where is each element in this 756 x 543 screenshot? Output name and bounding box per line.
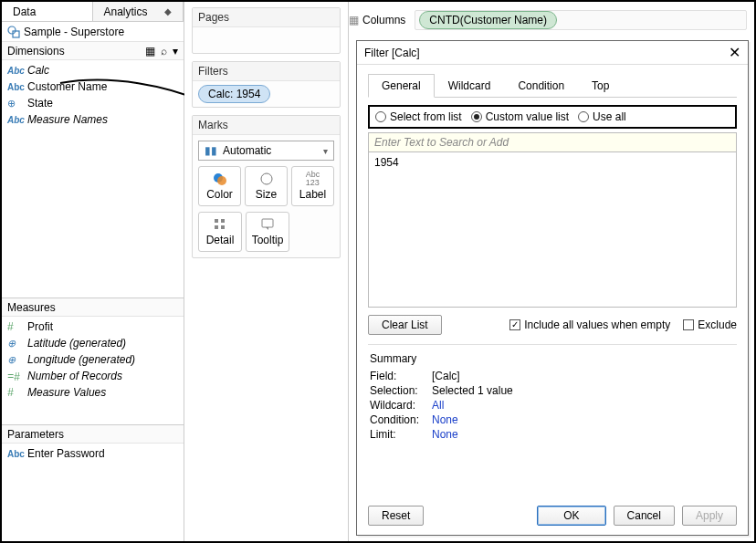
radio-label: Custom value list <box>486 110 569 123</box>
field-measure-names[interactable]: Abc Measure Names <box>2 111 184 128</box>
marks-label-button[interactable]: Abc123 Label <box>291 166 334 206</box>
abc-icon: Abc <box>7 66 24 76</box>
chk-label: Include all values when empty <box>524 318 670 331</box>
summary-selection-label: Selection: <box>370 384 432 397</box>
search-icon[interactable]: ⌕ <box>161 45 167 57</box>
summary-wildcard-value[interactable]: All <box>432 399 444 412</box>
btn-label: Color <box>206 188 233 201</box>
abc-icon: Abc <box>7 82 24 92</box>
svg-rect-1 <box>13 31 19 37</box>
field-label: Profit <box>27 320 53 333</box>
marks-detail-button[interactable]: Detail <box>198 212 242 252</box>
chk-label: Exclude <box>698 318 737 331</box>
summary-limit-value[interactable]: None <box>432 428 458 441</box>
parameters-header: Parameters <box>2 425 184 444</box>
field-label: Measure Names <box>27 113 108 126</box>
summary-condition-value[interactable]: None <box>432 413 458 426</box>
tab-caret-icon: ◆ <box>164 6 172 16</box>
svg-point-3 <box>217 176 226 185</box>
tab-data[interactable]: Data <box>2 2 93 21</box>
parameters-list: Abc Enter Password <box>2 444 184 464</box>
field-label: Longitude (generated) <box>27 353 135 366</box>
svg-rect-7 <box>215 225 218 229</box>
filter-pill-calc[interactable]: Calc: 1954 <box>198 85 270 103</box>
hash-icon: # <box>7 320 24 333</box>
exclude-checkbox[interactable]: Exclude <box>683 318 737 331</box>
field-label: Number of Records <box>27 370 122 382</box>
globe-icon: ⊕ <box>7 338 24 350</box>
size-icon <box>259 172 274 186</box>
marks-size-button[interactable]: Size <box>245 166 288 206</box>
view-icon[interactable]: ▦ <box>145 45 155 57</box>
datasource-icon <box>7 26 20 38</box>
cards-pane: Pages Filters Calc: 1954 Marks ▮▮ Automa… <box>184 2 349 541</box>
svg-rect-9 <box>262 219 273 227</box>
filters-shelf[interactable]: Filters Calc: 1954 <box>192 61 341 108</box>
field-measure-values[interactable]: # Measure Values <box>2 384 184 401</box>
tab-top[interactable]: Top <box>578 74 623 98</box>
svg-point-0 <box>8 26 16 34</box>
reset-button[interactable]: Reset <box>368 506 424 526</box>
tab-analytics-label: Analytics <box>104 5 148 18</box>
tab-general[interactable]: General <box>368 74 435 98</box>
columns-drop-area[interactable]: CNTD(Customer Name) <box>415 10 747 30</box>
values-list[interactable]: 1954 <box>368 152 737 308</box>
pages-shelf[interactable]: Pages <box>192 7 341 54</box>
columns-text: Columns <box>362 14 405 26</box>
radio-custom-value-list[interactable]: Custom value list <box>471 110 569 123</box>
field-longitude[interactable]: ⊕ Longitude (generated) <box>2 351 184 368</box>
svg-rect-5 <box>215 219 218 223</box>
columns-pill-cntd[interactable]: CNTD(Customer Name) <box>419 11 557 29</box>
filters-header: Filters <box>193 62 340 81</box>
field-label: Customer Name <box>27 80 107 93</box>
include-empty-checkbox[interactable]: ✓Include all values when empty <box>509 318 670 331</box>
marks-card: Marks ▮▮ Automatic ▾ Color Size <box>192 115 341 258</box>
field-calc[interactable]: Abc Calc <box>2 62 184 78</box>
marks-color-button[interactable]: Color <box>198 166 241 206</box>
datasource-row[interactable]: Sample - Superstore <box>2 22 184 42</box>
parameters-label: Parameters <box>7 428 64 441</box>
measures-header: Measures <box>2 298 184 317</box>
field-number-records[interactable]: Number of Records <box>2 368 184 384</box>
field-customer-name[interactable]: Abc Customer Name <box>2 78 184 95</box>
filter-dialog: Filter [Calc] ✕ General Wildcard Conditi… <box>356 40 749 536</box>
datasource-name: Sample - Superstore <box>24 26 124 38</box>
field-latitude[interactable]: ⊕ Latitude (generated) <box>2 335 184 351</box>
radio-use-all[interactable]: Use all <box>578 110 626 123</box>
columns-icon: ▦ <box>349 14 359 26</box>
field-label: Calc <box>27 64 49 77</box>
bar-chart-icon: ▮▮ <box>205 144 217 157</box>
mark-type-select[interactable]: ▮▮ Automatic ▾ <box>198 141 334 161</box>
close-icon[interactable]: ✕ <box>729 46 740 60</box>
field-label: Enter Password <box>27 447 105 460</box>
dialog-title: Filter [Calc] <box>364 47 420 59</box>
marks-tooltip-button[interactable]: Tooltip <box>246 212 289 252</box>
svg-rect-6 <box>221 219 225 223</box>
dropdown-icon[interactable]: ▾ <box>173 45 178 57</box>
dialog-tabs: General Wildcard Condition Top <box>368 74 737 98</box>
cancel-button[interactable]: Cancel <box>614 506 675 526</box>
svg-rect-8 <box>221 225 225 229</box>
search-add-input[interactable]: Enter Text to Search or Add <box>368 132 737 152</box>
field-state[interactable]: ⊕ State <box>2 95 184 111</box>
summary-section: Summary Field:[Calc] Selection:Selected … <box>368 345 737 442</box>
detail-icon <box>214 217 226 232</box>
radio-select-from-list[interactable]: Select from list <box>375 110 462 123</box>
btn-label: Tooltip <box>252 234 284 246</box>
value-row[interactable]: 1954 <box>374 156 730 169</box>
color-icon <box>213 172 227 186</box>
tab-analytics[interactable]: Analytics ◆ <box>93 2 184 21</box>
svg-point-4 <box>261 173 272 184</box>
eqhash-icon <box>7 370 24 382</box>
param-enter-password[interactable]: Abc Enter Password <box>2 445 184 462</box>
tab-data-label: Data <box>13 5 36 18</box>
clear-list-button[interactable]: Clear List <box>368 315 442 335</box>
hash-icon: # <box>7 386 24 399</box>
chevron-down-icon: ▾ <box>323 146 328 156</box>
field-profit[interactable]: # Profit <box>2 318 184 335</box>
ok-button[interactable]: OK <box>537 506 605 526</box>
tab-wildcard[interactable]: Wildcard <box>435 74 505 98</box>
tab-condition[interactable]: Condition <box>504 74 578 98</box>
btn-label: Detail <box>206 234 235 246</box>
apply-button[interactable]: Apply <box>682 506 737 526</box>
